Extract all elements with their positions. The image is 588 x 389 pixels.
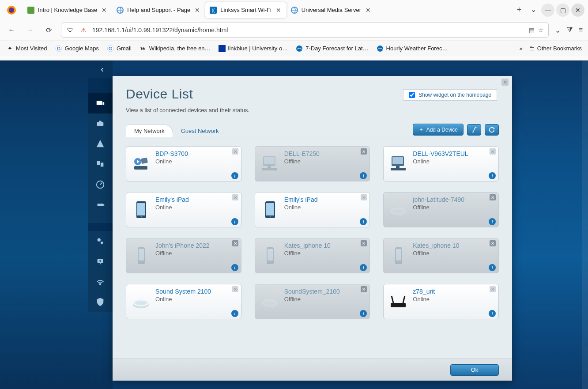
device-remove-icon[interactable]: ✕ [232,240,238,246]
device-card[interactable]: Kates_iphone 10Offline✕i [383,238,499,273]
device-icon [387,245,409,267]
device-info-icon[interactable]: i [360,264,367,271]
reload-button[interactable]: ⟳ [42,24,55,36]
device-remove-icon[interactable]: ✕ [232,148,238,155]
show-widget-checkbox[interactable]: Show widget on the homepage [403,89,497,101]
device-icon [387,291,409,313]
bookmark-favicon [219,45,226,52]
tab-favicon [117,7,124,14]
bookmark-item[interactable]: Hourly Weather Forec… [377,45,448,52]
bookmark-overflow-icon[interactable]: » [520,45,523,52]
scrollbar[interactable] [582,60,588,389]
device-info-icon[interactable]: i [489,172,496,179]
device-card[interactable]: BDP-S3700Online✕i [126,146,241,181]
device-card[interactable]: Emily's iPadOnline✕i [126,192,241,227]
other-bookmarks[interactable]: 🗀Other Bookmarks [529,45,582,52]
device-name: SoundSystem_2100 [284,288,366,295]
tab-my-network[interactable]: My Network [126,125,173,137]
bookmark-item[interactable]: ✦Most Visited [6,45,47,52]
reader-icon[interactable]: ▤ [529,26,535,34]
cleanup-button[interactable] [467,124,481,136]
show-widget-input[interactable] [409,92,415,98]
window-close-button[interactable]: ✕ [571,4,584,17]
refresh-button[interactable] [485,124,499,136]
sidebar-guest-access-icon[interactable] [88,113,113,134]
forward-button[interactable]: → [24,24,36,36]
overflow-tabs-button[interactable]: ⌄ [527,4,539,16]
sidebar-media-icon[interactable] [88,154,113,174]
sidebar-wireless-icon[interactable] [88,272,113,292]
sidebar-collapse-icon[interactable]: ‹ [101,64,104,74]
device-remove-icon[interactable]: ✕ [490,286,496,292]
maximize-button[interactable]: ▢ [556,4,569,17]
tab-close-icon[interactable]: ✕ [101,6,108,15]
device-card[interactable]: Sound System 2100Online✕i [126,284,241,319]
add-device-button[interactable]: ＋Add a Device [413,124,464,136]
device-remove-icon[interactable]: ✕ [232,194,238,200]
bookmark-item[interactable]: 7-Day Forecast for Lat… [296,45,368,52]
sidebar-troubleshoot-icon[interactable]: + [88,251,113,272]
bookmark-item[interactable]: linkblue | University o… [219,45,288,52]
sidebar-security-icon[interactable] [88,292,113,312]
ok-button[interactable]: Ok [450,364,499,376]
svg-point-13 [377,45,383,52]
browser-tab[interactable]: ((Linksys Smart Wi-Fi✕ [205,2,286,18]
device-remove-icon[interactable]: ✕ [361,148,367,155]
device-info-icon[interactable]: i [360,172,367,179]
device-remove-icon[interactable]: ✕ [361,194,367,200]
device-card[interactable]: DELL-V963V2TEULOnline✕i [383,146,499,181]
device-card[interactable]: DELL-E7250Offline✕i [255,146,370,181]
address-bar[interactable]: 🛡 ⚠ 192.168.1.1/ui/1.0.99.191322/dynamic… [61,23,549,38]
sidebar-usb-icon[interactable] [88,195,113,215]
device-remove-icon[interactable]: ✕ [361,240,367,246]
tab-close-icon[interactable]: ✕ [275,6,282,15]
browser-tab[interactable]: Intro | Knowledge Base✕ [23,2,112,18]
browser-tab[interactable]: Help and Support - Page✕ [112,2,205,18]
device-info-icon[interactable]: i [231,218,238,225]
tab-close-icon[interactable]: ✕ [365,6,372,15]
device-card[interactable]: John's iPhone 2022Offline✕i [126,238,241,273]
device-card[interactable]: SoundSystem_2100Offline✕i [255,284,370,319]
device-remove-icon[interactable]: ✕ [490,240,496,246]
menu-icon[interactable]: ≡ [579,26,583,34]
device-info-icon[interactable]: i [489,218,496,225]
device-info-icon[interactable]: i [231,310,238,317]
bookmark-item[interactable]: GGoogle Maps [55,45,99,52]
device-card[interactable]: z78_uritOnline✕i [383,284,499,319]
minimize-button[interactable]: — [541,4,554,17]
device-remove-icon[interactable]: ✕ [361,286,367,292]
extensions-icon[interactable]: ⧩ [567,26,573,34]
bookmark-item[interactable]: WWikipedia, the free en… [139,45,211,52]
device-card[interactable]: john-Latitude-7490Offline✕i [383,192,499,227]
svg-point-12 [296,45,302,52]
device-info-icon[interactable]: i [231,264,238,271]
sidebar-connectivity-icon[interactable] [88,231,113,251]
device-remove-icon[interactable]: ✕ [490,148,496,155]
pocket-icon[interactable]: ⌄ [555,26,561,34]
device-status: Offline [284,250,366,257]
browser-tab[interactable]: Universal Media Server✕ [286,2,376,18]
device-info-icon[interactable]: i [489,310,496,317]
sidebar-device-list-icon[interactable] [88,93,113,113]
new-tab-button[interactable]: + [513,4,525,16]
device-remove-icon[interactable]: ✕ [490,194,496,200]
device-info-icon[interactable]: i [489,264,496,271]
tab-close-icon[interactable]: ✕ [194,6,201,15]
device-info-icon[interactable]: i [360,218,367,225]
panel-close-button[interactable]: ✕ [501,79,509,86]
svg-rect-21 [98,204,103,206]
bookmark-star-icon[interactable]: ☆ [538,26,544,34]
device-card[interactable]: Emily's iPadOnline✕i [255,192,370,227]
bookmark-item[interactable]: GGmail [107,45,132,52]
device-card[interactable]: Kates_iphone 10Offline✕i [255,238,370,273]
back-button[interactable]: ← [5,24,18,36]
device-name: Emily's iPad [284,196,366,203]
device-remove-icon[interactable]: ✕ [232,286,238,292]
panel-footer: Ok [113,359,512,381]
tab-guest-network[interactable]: Guest Network [173,125,227,137]
svg-rect-38 [391,168,406,170]
sidebar-parental-icon[interactable] [88,134,113,154]
device-info-icon[interactable]: i [360,310,367,317]
device-info-icon[interactable]: i [231,172,238,179]
sidebar-speedtest-icon[interactable] [88,174,113,195]
